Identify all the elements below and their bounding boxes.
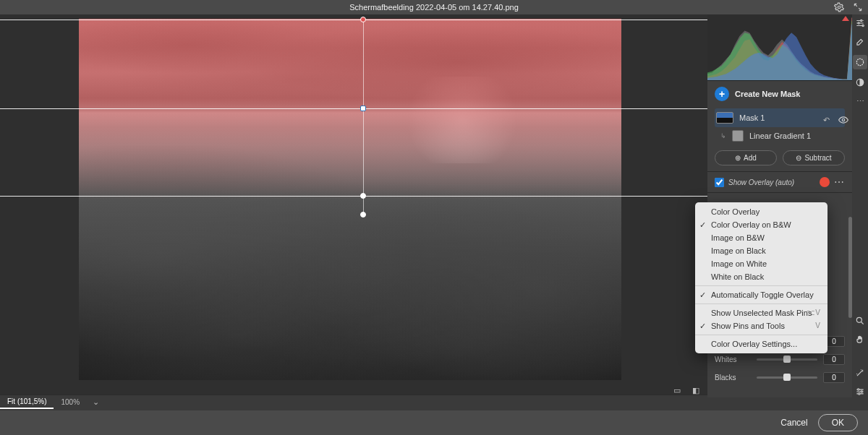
gradient-thumbnail xyxy=(732,130,744,142)
svg-point-5 xyxy=(856,59,863,65)
svg-point-2 xyxy=(861,20,862,21)
overlay-context-menu: Color Overlay ✓Color Overlay on B&W Imag… xyxy=(695,202,827,353)
clipping-warning-icon[interactable] xyxy=(842,16,849,21)
ok-button[interactable]: OK xyxy=(818,414,858,431)
gradient-line-mid[interactable] xyxy=(0,108,707,109)
expand-icon[interactable] xyxy=(852,1,864,13)
subtract-mask-button[interactable]: ⊖ Subtract xyxy=(783,150,845,165)
link-icon: ↳ xyxy=(720,132,726,139)
svg-point-1 xyxy=(842,119,845,121)
menu-color-overlay[interactable]: Color Overlay xyxy=(695,205,827,218)
mask-sub-linear-gradient[interactable]: ↳ Linear Gradient 1 xyxy=(715,127,845,145)
whites-value[interactable]: 0 xyxy=(823,354,845,365)
menu-image-white[interactable]: Image on White xyxy=(695,257,827,270)
svg-point-3 xyxy=(858,22,859,24)
masks-panel: + Create New Mask ↶ Mask 1 ↳ Linear Grad… xyxy=(707,81,852,172)
menu-overlay-settings[interactable]: Color Overlay Settings... xyxy=(695,337,827,350)
mask-thumbnail xyxy=(716,112,733,124)
menu-white-black[interactable]: White on Black xyxy=(695,270,827,283)
dialog-footer: Cancel OK xyxy=(0,410,868,435)
add-mask-button[interactable]: ⊕ Add xyxy=(715,150,777,165)
show-overlay-row: Show Overlay (auto) ⋯ xyxy=(707,172,852,193)
show-overlay-label: Show Overlay (auto) xyxy=(728,178,794,186)
overlay-color-swatch[interactable] xyxy=(820,177,830,187)
mask-label: Mask 1 xyxy=(739,113,765,122)
menu-color-overlay-bw[interactable]: ✓Color Overlay on B&W xyxy=(695,218,827,231)
menu-show-unselected[interactable]: Show Unselected Mask Pins⌥V xyxy=(695,306,827,319)
gradient-anchor-bottom[interactable] xyxy=(360,193,366,199)
menu-show-pins-tools[interactable]: ✓Show Pins and ToolsV xyxy=(695,319,827,332)
slider-row-blacks: Blacks 0 xyxy=(715,372,845,383)
gradient-anchor-extra[interactable] xyxy=(360,212,366,218)
zoom-bar: Fit (101,5%) 100% ⌄ xyxy=(0,395,707,409)
blacks-slider[interactable] xyxy=(757,376,817,379)
panel-scrollbar[interactable] xyxy=(848,217,852,318)
svg-point-0 xyxy=(838,6,841,9)
show-overlay-checkbox[interactable] xyxy=(715,178,724,187)
undo-icon[interactable]: ↶ xyxy=(820,114,832,126)
svg-point-8 xyxy=(858,389,859,390)
zoom-icon[interactable] xyxy=(854,315,866,327)
more-icon[interactable]: ⋯ xyxy=(854,95,866,107)
svg-point-4 xyxy=(862,25,864,26)
visibility-icon[interactable] xyxy=(838,114,849,126)
hand-icon[interactable] xyxy=(854,334,866,345)
svg-point-10 xyxy=(859,393,860,395)
gradient-line-bottom[interactable] xyxy=(0,196,707,197)
zoom-fit-tab[interactable]: Fit (101,5%) xyxy=(0,395,54,409)
tone-icon[interactable] xyxy=(854,77,866,88)
wand-icon[interactable] xyxy=(854,367,866,379)
create-mask-label: Create New Mask xyxy=(735,90,801,98)
create-mask-button[interactable]: + xyxy=(715,87,729,101)
menu-auto-toggle[interactable]: ✓Automatically Toggle Overlay xyxy=(695,288,827,301)
gradient-line-top[interactable] xyxy=(0,20,707,20)
gradient-handle-mid[interactable] xyxy=(360,105,366,111)
cancel-button[interactable]: Cancel xyxy=(780,418,807,428)
gradient-label: Linear Gradient 1 xyxy=(749,132,811,140)
canvas-area[interactable]: ▭ ◧ xyxy=(0,14,707,397)
image-preview[interactable] xyxy=(79,19,621,380)
gradient-vertical-line[interactable] xyxy=(363,20,364,215)
svg-point-7 xyxy=(856,317,861,322)
gradient-anchor-top[interactable] xyxy=(360,17,366,22)
subtract-icon: ⊖ xyxy=(796,154,801,162)
svg-point-9 xyxy=(861,391,862,392)
whites-slider[interactable] xyxy=(757,358,817,361)
title-bar: Schermafbeelding 2022-04-05 om 14.27.40.… xyxy=(0,0,868,14)
overlay-menu-button[interactable]: ⋯ xyxy=(834,176,845,188)
slider-row-whites: Whites 0 xyxy=(715,354,845,365)
add-icon: ⊕ xyxy=(735,154,741,162)
menu-image-bw[interactable]: Image on B&W xyxy=(695,231,827,244)
adjust-icon[interactable] xyxy=(854,17,866,29)
histogram[interactable] xyxy=(707,14,852,81)
window-title: Schermafbeelding 2022-04-05 om 14.27.40.… xyxy=(349,3,519,12)
menu-image-black[interactable]: Image on Black xyxy=(695,244,827,257)
tool-rail: ⋯ xyxy=(852,14,868,397)
gear-icon[interactable] xyxy=(833,1,845,13)
blacks-value[interactable]: 0 xyxy=(823,372,845,383)
zoom-100-tab[interactable]: 100% xyxy=(54,396,87,408)
chevron-down-icon[interactable]: ⌄ xyxy=(90,397,101,408)
sliders2-icon[interactable] xyxy=(854,386,866,397)
radial-mask-icon[interactable] xyxy=(853,55,867,69)
brush-icon[interactable] xyxy=(854,36,866,48)
